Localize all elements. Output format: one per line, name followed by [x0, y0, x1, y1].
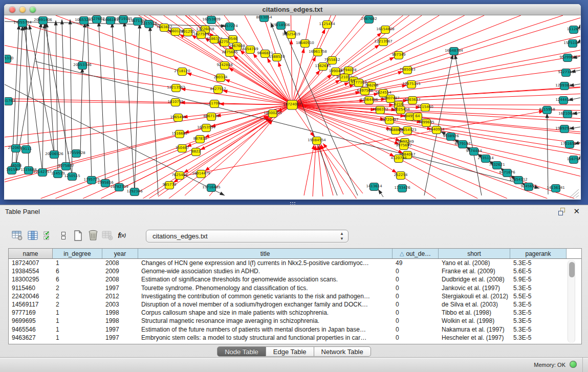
- tab-network-table[interactable]: Network Table: [314, 346, 371, 357]
- graph-node[interactable]: 16154808: [376, 26, 395, 34]
- table-cell[interactable]: 1998: [102, 309, 138, 317]
- select-columns-icon[interactable]: [41, 228, 55, 243]
- table-select-dropdown[interactable]: citations_edges.txt ▲▼: [146, 230, 349, 243]
- table-cell[interactable]: 0: [393, 267, 439, 275]
- table-cell[interactable]: 0: [393, 309, 439, 317]
- graph-node[interactable]: 7615526: [141, 20, 157, 28]
- tab-node-table[interactable]: Node Table: [217, 346, 266, 357]
- graph-node[interactable]: 6497568: [357, 87, 373, 95]
- column-header-short[interactable]: short: [439, 249, 510, 258]
- graph-node[interactable]: 1810755: [167, 99, 183, 106]
- graph-node[interactable]: 6679197: [454, 141, 470, 148]
- row-options-icon[interactable]: [56, 228, 71, 243]
- table-cell[interactable]: Stergiakouli et al. (2012): [439, 292, 510, 300]
- table-cell[interactable]: 18724007: [9, 259, 53, 267]
- table-cell[interactable]: 5.9E-5: [510, 275, 567, 283]
- graph-node[interactable]: 997349: [392, 52, 406, 59]
- table-cell[interactable]: Dudbridge et al. (2008): [439, 275, 510, 283]
- graph-node[interactable]: 8867130: [203, 113, 219, 121]
- graph-node[interactable]: 111263: [567, 26, 580, 34]
- graph-node[interactable]: 12213563: [167, 84, 185, 92]
- table-cell[interactable]: Tourette syndrome. Phenomenology and cla…: [138, 284, 393, 292]
- graph-node[interactable]: 887834: [193, 136, 207, 143]
- network-graph[interactable]: 1872400718300295193845541405571420891406…: [5, 15, 580, 199]
- graph-node[interactable]: 9938926: [443, 133, 459, 141]
- graph-node[interactable]: 6794028: [340, 67, 356, 75]
- graph-node[interactable]: 891295: [181, 29, 195, 36]
- graph-node[interactable]: 9975887: [58, 163, 74, 170]
- table-body[interactable]: 1872400712008Changes of HCN gene express…: [9, 259, 581, 342]
- delete-trash-icon[interactable]: [86, 228, 100, 243]
- graph-node[interactable]: 280314: [214, 74, 228, 82]
- table-row[interactable]: 911546021997Tourette syndrome. Phenomeno…: [9, 284, 581, 292]
- graph-node[interactable]: 12975115: [402, 81, 421, 89]
- graph-node[interactable]: 2875685: [222, 49, 237, 57]
- graph-node[interactable]: 20053346: [73, 62, 92, 70]
- graph-node[interactable]: 141763: [5, 98, 15, 105]
- window-title-bar[interactable]: citations_edges.txt: [4, 4, 581, 15]
- table-cell[interactable]: 5.3E-5: [510, 309, 567, 317]
- table-cell[interactable]: 9699695: [9, 317, 53, 325]
- node-table[interactable]: namein_degreeyeartitle△out_de…shortpager…: [8, 248, 582, 344]
- graph-node[interactable]: 985779: [163, 182, 177, 189]
- graph-node[interactable]: 2987682: [361, 16, 377, 24]
- graph-node[interactable]: 16353594: [197, 124, 215, 132]
- table-cell[interactable]: 0: [393, 284, 439, 292]
- table-cell[interactable]: Tibbo et al. (1998): [439, 309, 510, 317]
- table-cell[interactable]: Franke et al. (2009): [439, 267, 510, 275]
- table-cell[interactable]: Nakamura et al. (1997): [439, 325, 510, 334]
- table-row[interactable]: 1938455462009Genome-wide association stu…: [9, 267, 581, 275]
- table-cell[interactable]: 14569117: [9, 300, 53, 309]
- graph-node[interactable]: 19654923: [398, 127, 417, 135]
- graph-node[interactable]: 7625402: [171, 172, 187, 180]
- graph-node[interactable]: 16914479: [192, 170, 210, 178]
- graph-node[interactable]: 7485063: [399, 67, 415, 74]
- graph-node[interactable]: 9115460: [417, 104, 433, 112]
- table-cell[interactable]: 5.6E-5: [510, 267, 567, 275]
- graph-node[interactable]: 11700: [209, 100, 220, 108]
- table-cell[interactable]: 5.5E-5: [510, 292, 567, 300]
- graph-node[interactable]: 10654112: [509, 177, 528, 184]
- table-cell[interactable]: Genome-wide association studies in ADHD.: [138, 267, 393, 275]
- table-cell[interactable]: 5.3E-5: [510, 259, 567, 267]
- table-cell[interactable]: 18300295: [9, 275, 53, 283]
- column-header-pagerank[interactable]: pagerank: [510, 249, 567, 258]
- table-cell[interactable]: 2008: [102, 259, 138, 267]
- graph-node[interactable]: 1125434: [319, 21, 335, 29]
- graph-node[interactable]: 39159: [6, 167, 17, 174]
- column-header-in_degree[interactable]: in_degree: [53, 249, 102, 258]
- graph-node[interactable]: 1733426: [394, 185, 410, 192]
- graph-node[interactable]: 17016504: [560, 141, 579, 148]
- graph-node[interactable]: 15716485: [202, 184, 221, 192]
- table-row[interactable]: 1830029562008Estimation of significance …: [9, 275, 581, 283]
- table-header-row[interactable]: namein_degreeyeartitle△out_de…shortpager…: [9, 249, 581, 259]
- graph-node[interactable]: 21364486: [360, 97, 378, 104]
- table-cell[interactable]: Structural magnetic resonance image aver…: [138, 317, 393, 325]
- table-cell[interactable]: 1: [53, 259, 102, 267]
- table-row[interactable]: 977716911998Corpus callosum shape and si…: [9, 309, 581, 317]
- graph-node[interactable]: 9975692: [396, 142, 411, 150]
- table-row[interactable]: 946362711997Embryonic stem cells: a mode…: [9, 334, 581, 342]
- graph-node[interactable]: 18640910: [296, 40, 314, 48]
- table-cell[interactable]: Embryonic stem cells: a model to study s…: [138, 334, 393, 342]
- graph-node[interactable]: 18325419: [282, 31, 300, 39]
- column-header-title[interactable]: title: [138, 249, 393, 258]
- table-cell[interactable]: 1997: [102, 284, 138, 292]
- table-cell[interactable]: 9465546: [9, 325, 53, 334]
- column-header-year[interactable]: year: [102, 249, 138, 258]
- graph-node[interactable]: 2935114: [477, 155, 494, 163]
- table-row[interactable]: 1456911722003Disruption of a novel membe…: [9, 300, 581, 309]
- table-cell[interactable]: 9463627: [9, 334, 53, 342]
- table-cell[interactable]: 2: [53, 284, 102, 292]
- graph-node[interactable]: 114519: [51, 170, 65, 178]
- table-cell[interactable]: 2012: [102, 292, 138, 300]
- graph-node[interactable]: 14136141: [547, 185, 565, 192]
- graph-node[interactable]: 19111: [20, 146, 32, 154]
- table-cell[interactable]: Disruption of a novel member of a sodium…: [138, 300, 393, 309]
- table-cell[interactable]: Changes of HCN gene expression and I(f) …: [138, 259, 393, 267]
- table-cell[interactable]: 5.3E-5: [510, 317, 567, 325]
- table-cell[interactable]: Hescheler et al. (1997): [439, 334, 510, 342]
- graph-node[interactable]: 16961758: [309, 49, 327, 56]
- graph-node[interactable]: 2718120: [174, 68, 190, 76]
- column-header-name[interactable]: name: [9, 249, 53, 258]
